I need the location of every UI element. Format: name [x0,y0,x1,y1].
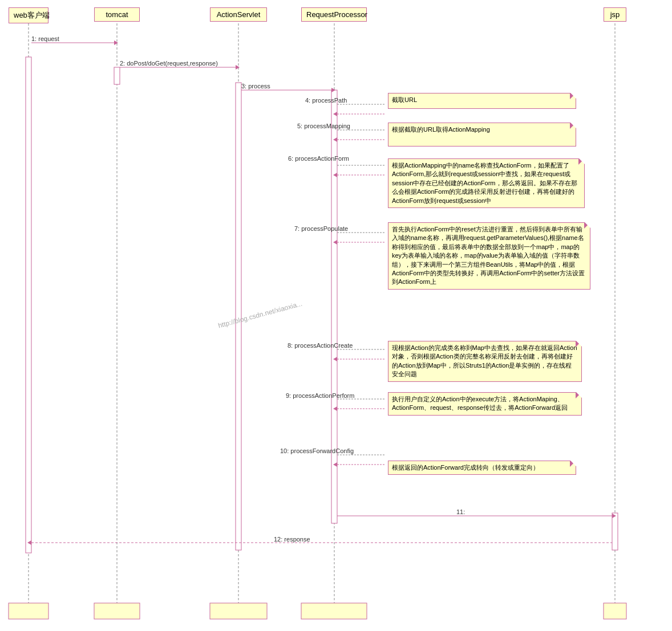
note-5: 现根据Action的完成类名称到Map中去查找，如果存在就返回Action对象，… [388,341,582,382]
svg-marker-21 [333,137,337,142]
svg-rect-42 [94,603,140,619]
msg-3-label: 3: process [241,83,270,89]
svg-marker-40 [27,540,31,545]
svg-rect-7 [236,83,241,550]
watermark: http://blog.csdn.net/xiaoxia... [217,300,303,330]
note-4: 首先执行ActionForm中的reset方法进行重置，然后得到表单中所有输入域… [388,222,590,290]
svg-rect-44 [301,603,367,619]
msg-11-label: 11: [456,508,465,515]
svg-rect-6 [114,67,120,84]
msg-1-label: 1: request [31,35,59,42]
msg-8-label: 8: processActionCreate [288,342,353,349]
msg-7-label: 7: processPopulate [294,225,348,232]
actor-jsp: jsp [604,7,626,22]
svg-marker-33 [333,406,337,411]
msg-2-label: 2: doPost/doGet(request,response) [120,60,218,67]
msg-10-label: 10: processForwardConfig [280,447,354,454]
actor-web: web客户端 [9,7,48,23]
actor-tomcat: tomcat [94,7,140,22]
note-1: 截取URL [388,93,576,109]
svg-marker-27 [333,240,337,245]
svg-rect-45 [604,603,626,619]
svg-rect-5 [26,57,31,553]
svg-marker-11 [114,40,118,45]
msg-4-label: 4: processPath [305,97,347,104]
svg-marker-24 [333,173,337,177]
svg-marker-38 [612,514,616,518]
msg-6-label: 6: processActionForm [288,155,349,162]
msg-5-label: 5: processMapping [297,123,350,129]
svg-rect-43 [210,603,267,619]
actor-requestprocessor: RequestProcessor [301,7,367,22]
svg-marker-36 [333,462,337,467]
svg-marker-18 [333,112,337,116]
svg-rect-41 [9,603,48,619]
svg-marker-30 [333,357,337,361]
note-3: 根据ActionMapping中的name名称查找ActionForm，如果配置… [388,158,585,208]
note-6: 执行用户自定义的Action中的execute方法，将ActionMaping、… [388,392,582,416]
sequence-diagram: web客户端 tomcat ActionServlet RequestProce… [0,0,672,631]
note-2: 根据截取的URL取得ActionMapping [388,123,576,146]
msg-12-label: 12: response [274,536,310,543]
svg-marker-15 [331,88,335,92]
svg-rect-9 [612,513,618,550]
actor-actionservlet: ActionServlet [210,7,267,22]
note-7: 根据返回的ActionForward完成转向（转发或重定向） [388,461,576,475]
svg-marker-13 [236,65,240,70]
msg-9-label: 9: processActionPerform [286,392,354,399]
